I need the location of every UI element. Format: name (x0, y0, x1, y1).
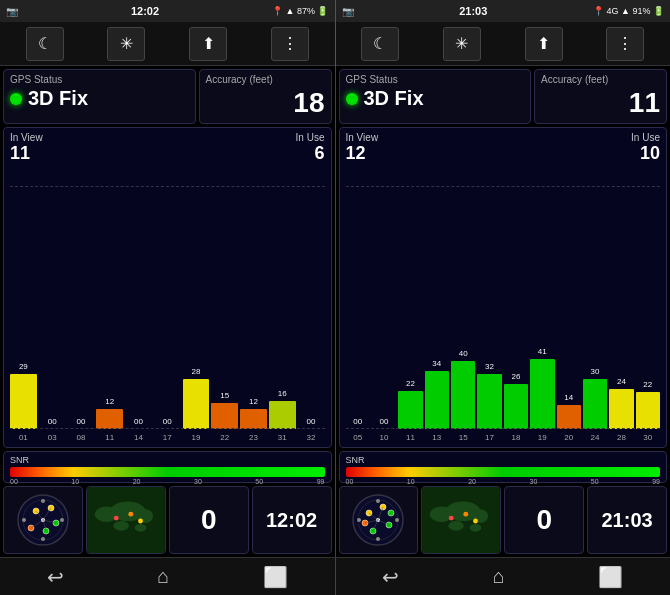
gps-row-right: GPS Status 3D Fix Accuracy (feet) 11 (339, 69, 668, 124)
nav-right: ↩ ⌂ ⬜ (336, 558, 671, 595)
bar-group-11: 2211 (398, 166, 422, 429)
share-btn-right[interactable]: ⬆ (525, 27, 563, 61)
svg-point-28 (376, 499, 380, 503)
svg-point-31 (357, 518, 361, 522)
bar-top-label-15: 40 (459, 349, 468, 358)
status-bars: 📷 12:02 📍 ▲ 87% 🔋 📷 21:03 📍 4G ▲ 91% 🔋 (0, 0, 670, 22)
in-view-label-left: In View (10, 132, 43, 143)
snr-ticks-right: 001020305099 (346, 478, 661, 485)
brightness-btn-left[interactable]: ✳ (107, 27, 145, 61)
in-use-count-right: 10 (631, 143, 660, 164)
recents-btn-left[interactable]: ⬜ (255, 561, 296, 593)
back-btn-left[interactable]: ↩ (39, 561, 72, 593)
zero-widget-left: 0 (169, 486, 249, 554)
map-widget-right (421, 486, 501, 554)
bar-bottom-label-18: 18 (511, 433, 520, 442)
bar-bottom-label-24: 24 (591, 433, 600, 442)
time-left: 12:02 (131, 5, 159, 17)
signal-icons-left: 📍 ▲ 87% 🔋 (272, 6, 328, 16)
bar-bottom-label-01: 01 (19, 433, 28, 442)
recents-btn-right[interactable]: ⬜ (590, 561, 631, 593)
svg-point-25 (138, 519, 143, 524)
in-view-count-right: 12 (346, 143, 379, 164)
snr-label-right: SNR (346, 455, 661, 465)
toolbar-left: ☾ ✳ ⬆ ⋮ (0, 22, 335, 66)
bar-top-label-13: 34 (432, 359, 441, 368)
svg-point-50 (449, 516, 454, 521)
bar-group-30: 2230 (636, 166, 660, 429)
snr-label-left: SNR (10, 455, 325, 465)
bar-bottom-label-10: 10 (380, 433, 389, 442)
chart-area-left: 2901000300081211001400172819152212231631… (10, 166, 325, 443)
svg-point-30 (376, 537, 380, 541)
in-use-label-left: In Use (296, 132, 325, 143)
accuracy-value-right: 11 (541, 89, 660, 117)
time-value-right: 21:03 (601, 509, 652, 532)
bar-22: 1522 (211, 403, 238, 429)
svg-point-22 (135, 524, 147, 532)
home-btn-left[interactable]: ⌂ (149, 561, 177, 592)
bar-19: 4119 (530, 359, 554, 429)
home-btn-right[interactable]: ⌂ (485, 561, 513, 592)
brightness-btn-right[interactable]: ✳ (443, 27, 481, 61)
bar-01: 2901 (10, 374, 37, 429)
gps-label-left: GPS Status (10, 74, 189, 85)
moon-btn-right[interactable]: ☾ (361, 27, 399, 61)
bar-top-label-32: 00 (307, 417, 316, 426)
in-view-label-right: In View (346, 132, 379, 143)
gps-fix-left: 3D Fix (28, 87, 88, 110)
bar-group-18: 2618 (504, 166, 528, 429)
svg-point-2 (41, 499, 45, 503)
bar-top-label-01: 29 (19, 362, 28, 371)
gps-label-right: GPS Status (346, 74, 525, 85)
back-btn-right[interactable]: ↩ (374, 561, 407, 593)
bar-top-label-05: 00 (353, 417, 362, 426)
moon-btn-left[interactable]: ☾ (26, 27, 64, 61)
snr-right: SNR 001020305099 (339, 451, 668, 483)
bar-group-28: 2428 (609, 166, 633, 429)
more-btn-left[interactable]: ⋮ (271, 27, 309, 61)
bar-top-label-20: 14 (564, 393, 573, 402)
more-btn-right[interactable]: ⋮ (606, 27, 644, 61)
share-btn-left[interactable]: ⬆ (189, 27, 227, 61)
time-right: 21:03 (459, 5, 487, 17)
nav-bar: ↩ ⌂ ⬜ ↩ ⌂ ⬜ (0, 557, 670, 595)
bar-top-label-22: 15 (220, 391, 229, 400)
bar-group-11: 1211 (96, 166, 123, 429)
bar-17: 3217 (477, 374, 501, 429)
bar-11: 2211 (398, 391, 422, 429)
bar-bottom-label-19: 19 (192, 433, 201, 442)
time-widget-left: 12:02 (252, 486, 332, 554)
bar-bottom-label-30: 30 (643, 433, 652, 442)
toolbar-right: ☾ ✳ ⬆ ⋮ (336, 22, 671, 66)
bar-top-label-11: 22 (406, 379, 415, 388)
camera-icon-r: 📷 (342, 6, 354, 17)
bar-top-label-28: 24 (617, 377, 626, 386)
bar-bottom-label-32: 32 (307, 433, 316, 442)
bar-group-32: 0032 (298, 166, 325, 429)
bar-group-31: 1631 (269, 166, 296, 429)
svg-point-5 (22, 518, 26, 522)
bar-top-label-19: 41 (538, 347, 547, 356)
gps-fix-right: 3D Fix (364, 87, 424, 110)
bar-bottom-label-15: 15 (459, 433, 468, 442)
bar-top-label-18: 26 (511, 372, 520, 381)
bar-group-13: 3413 (425, 166, 449, 429)
bar-group-22: 1522 (211, 166, 238, 429)
bar-19: 2819 (183, 379, 210, 429)
bar-group-01: 2901 (10, 166, 37, 429)
accuracy-right: Accuracy (feet) 11 (534, 69, 667, 124)
bar-bottom-label-03: 03 (48, 433, 57, 442)
bar-23: 1223 (240, 409, 267, 429)
bar-bottom-label-11: 11 (406, 433, 415, 442)
bar-bottom-label-19: 19 (538, 433, 547, 442)
bar-top-label-17: 00 (163, 417, 172, 426)
toolbars: ☾ ✳ ⬆ ⋮ ☾ ✳ ⬆ ⋮ (0, 22, 670, 66)
bar-bottom-label-22: 22 (220, 433, 229, 442)
bar-15: 4015 (451, 361, 475, 429)
bar-top-label-19: 28 (192, 367, 201, 376)
status-bar-left: 📷 12:02 📍 ▲ 87% 🔋 (0, 0, 335, 22)
bar-top-label-23: 12 (249, 397, 258, 406)
bar-bottom-label-17: 17 (163, 433, 172, 442)
zero-value-left: 0 (201, 504, 217, 536)
